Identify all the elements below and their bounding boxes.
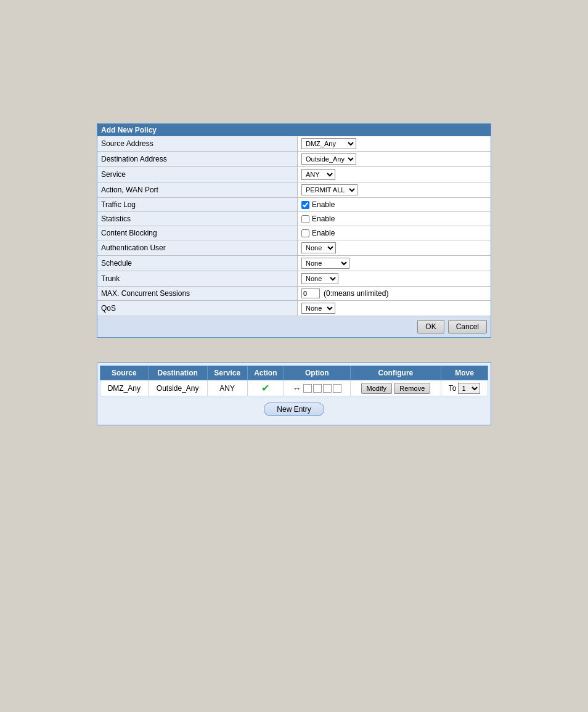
service-value: ANY HTTP FTP [298, 167, 491, 182]
cell-service: ANY [207, 380, 247, 396]
cancel-button[interactable]: Cancel [448, 320, 487, 333]
traffic-log-label: Traffic Log [97, 198, 298, 211]
max-sessions-hint: (0:means unlimited) [324, 289, 388, 298]
table-row: DMZ_Any Outside_Any ANY ✔ ↔ [100, 380, 488, 396]
content-blocking-text: Enable [312, 229, 335, 237]
action-checkmark-icon: ✔ [261, 383, 269, 393]
cell-option: ↔ [284, 380, 350, 396]
move-select[interactable]: 1 2 3 [458, 383, 480, 394]
cell-configure: Modify Remove [350, 380, 441, 396]
statistics-row: Statistics Enable [97, 212, 491, 226]
statistics-checkbox[interactable] [301, 215, 309, 223]
service-row: Service ANY HTTP FTP [97, 167, 491, 182]
source-address-value: DMZ_Any Any Outside_Any [298, 136, 491, 151]
max-sessions-row: MAX. Concurrent Sessions (0:means unlimi… [97, 287, 491, 301]
statistics-text: Enable [312, 215, 335, 223]
form-footer: OK Cancel [97, 316, 491, 337]
service-label: Service [97, 167, 298, 182]
action-wan-port-value: PERMIT ALL DENY TUNNEL [298, 182, 491, 197]
auth-user-select[interactable]: None User1 [301, 242, 336, 253]
option-box-2 [313, 384, 322, 393]
service-select[interactable]: ANY HTTP FTP [301, 169, 335, 180]
option-box-3 [323, 384, 332, 393]
qos-row: QoS None QoS1 [97, 301, 491, 316]
option-box-1 [303, 384, 312, 393]
option-arrow-icon: ↔ [293, 383, 301, 393]
source-address-row: Source Address DMZ_Any Any Outside_Any [97, 136, 491, 152]
traffic-log-checkbox-label[interactable]: Enable [301, 200, 335, 209]
qos-value: None QoS1 [298, 301, 491, 316]
ok-button[interactable]: OK [417, 320, 444, 333]
cell-move: To 1 2 3 [441, 380, 488, 396]
destination-address-row: Destination Address Outside_Any Any DMZ_… [97, 152, 491, 167]
action-wan-port-label: Action, WAN Port [97, 182, 298, 197]
auth-user-label: Authentication User [97, 240, 298, 255]
cell-source: DMZ_Any [100, 380, 149, 396]
statistics-checkbox-label[interactable]: Enable [301, 215, 335, 223]
cell-destination: Outside_Any [148, 380, 207, 396]
page-wrapper: Add New Policy Source Address DMZ_Any An… [0, 0, 588, 438]
add-new-policy-form: Add New Policy Source Address DMZ_Any An… [97, 123, 491, 338]
trunk-row: Trunk None Trunk1 [97, 271, 491, 287]
new-entry-button[interactable]: New Entry [264, 403, 324, 416]
cell-action: ✔ [247, 380, 284, 396]
schedule-label: Schedule [97, 256, 298, 271]
col-service: Service [207, 366, 247, 380]
schedule-value: None Schedule1 [298, 256, 491, 271]
traffic-log-text: Enable [312, 200, 335, 209]
move-to-label: To [449, 384, 457, 393]
statistics-label: Statistics [97, 212, 298, 226]
col-move: Move [441, 366, 488, 380]
destination-address-value: Outside_Any Any DMZ_Any [298, 152, 491, 166]
max-sessions-input[interactable] [301, 288, 320, 298]
trunk-label: Trunk [97, 271, 298, 286]
content-blocking-checkbox-label[interactable]: Enable [301, 229, 335, 237]
source-address-label: Source Address [97, 136, 298, 151]
form-title: Add New Policy [97, 124, 491, 136]
col-configure: Configure [350, 366, 441, 380]
col-source: Source [100, 366, 149, 380]
new-entry-container: New Entry [100, 396, 488, 422]
option-boxes [303, 384, 341, 393]
destination-address-label: Destination Address [97, 152, 298, 166]
traffic-log-row: Traffic Log Enable [97, 198, 491, 212]
trunk-select[interactable]: None Trunk1 [301, 273, 338, 284]
policy-table: Source Destination Service Action Option… [100, 366, 488, 396]
col-option: Option [284, 366, 350, 380]
qos-label: QoS [97, 301, 298, 316]
schedule-select[interactable]: None Schedule1 [301, 258, 349, 269]
content-blocking-value: Enable [298, 226, 491, 240]
move-cell: To 1 2 3 [445, 383, 484, 394]
traffic-log-checkbox[interactable] [301, 201, 309, 209]
statistics-value: Enable [298, 212, 491, 226]
trunk-value: None Trunk1 [298, 271, 491, 286]
max-sessions-label: MAX. Concurrent Sessions [97, 287, 298, 300]
content-blocking-checkbox[interactable] [301, 229, 309, 237]
content-blocking-row: Content Blocking Enable [97, 226, 491, 240]
col-action: Action [247, 366, 284, 380]
action-wan-port-row: Action, WAN Port PERMIT ALL DENY TUNNEL [97, 182, 491, 198]
col-destination: Destination [148, 366, 207, 380]
content-blocking-label: Content Blocking [97, 226, 298, 240]
max-sessions-value: (0:means unlimited) [298, 287, 491, 300]
remove-button[interactable]: Remove [394, 383, 430, 394]
source-address-select[interactable]: DMZ_Any Any Outside_Any [301, 138, 356, 149]
traffic-log-value: Enable [298, 198, 491, 211]
destination-address-select[interactable]: Outside_Any Any DMZ_Any [301, 153, 356, 165]
schedule-row: Schedule None Schedule1 [97, 256, 491, 271]
auth-user-value: None User1 [298, 240, 491, 255]
table-header-row: Source Destination Service Action Option… [100, 366, 488, 380]
modify-button[interactable]: Modify [361, 383, 392, 394]
policy-table-container: Source Destination Service Action Option… [97, 362, 491, 425]
action-wan-port-select[interactable]: PERMIT ALL DENY TUNNEL [301, 184, 357, 195]
qos-select[interactable]: None QoS1 [301, 303, 335, 314]
option-box-4 [333, 384, 341, 393]
auth-user-row: Authentication User None User1 [97, 240, 491, 256]
